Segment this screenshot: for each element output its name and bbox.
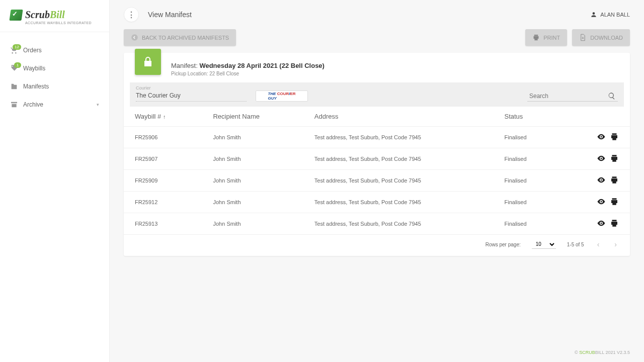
col-address[interactable]: Address xyxy=(303,107,494,127)
cell-address: Test address, Test Suburb, Post Code 794… xyxy=(303,192,494,213)
print-button[interactable]: PRINT xyxy=(525,29,567,46)
print-row-icon[interactable] xyxy=(610,197,619,206)
download-label: DOWNLOAD xyxy=(590,35,623,41)
prev-page-button[interactable]: ‹ xyxy=(595,240,602,248)
nav-item-waybills[interactable]: 1 Waybills xyxy=(0,59,109,77)
view-icon[interactable] xyxy=(597,197,606,206)
waybills-badge: 1 xyxy=(14,62,21,68)
view-icon[interactable] xyxy=(597,154,606,163)
user-menu[interactable]: ALAN BALL xyxy=(590,11,630,18)
nav-item-archive[interactable]: Archive ▾ xyxy=(0,96,109,114)
more-button[interactable]: ⋮ xyxy=(124,7,139,22)
topbar: ⋮ View Manifest ALAN BALL xyxy=(110,0,644,29)
cell-address: Test address, Test Suburb, Post Code 794… xyxy=(303,213,494,235)
cell-status: Finalised xyxy=(493,127,558,148)
view-icon[interactable] xyxy=(597,175,606,185)
cell-status: Finalised xyxy=(493,213,558,235)
toolbar: BACK TO ARCHIVED MANIFESTS PRINT DOWNLOA… xyxy=(110,29,644,53)
view-icon[interactable] xyxy=(597,219,606,228)
archive-icon xyxy=(10,101,18,109)
courier-field[interactable]: Courier The Courier Guy xyxy=(136,85,247,102)
print-row-icon[interactable] xyxy=(610,132,619,141)
search-input[interactable] xyxy=(529,93,604,100)
courier-label: Courier xyxy=(136,85,247,90)
cell-status: Finalised xyxy=(493,170,558,192)
table-row: FR25906John SmithTest address, Test Subu… xyxy=(124,127,630,148)
svg-point-0 xyxy=(131,34,138,41)
print-icon xyxy=(532,34,540,41)
table-row: FR25909John SmithTest address, Test Subu… xyxy=(124,170,630,192)
pickup-value: 22 Bell Close xyxy=(209,71,239,76)
page-title: View Manifest xyxy=(148,11,192,19)
print-row-icon[interactable] xyxy=(610,154,619,163)
courier-logo: THE COURIERGUY xyxy=(256,90,308,102)
back-label: BACK TO ARCHIVED MANIFESTS xyxy=(142,35,229,41)
cell-recipient: John Smith xyxy=(202,170,303,192)
cell-status: Finalised xyxy=(493,148,558,170)
col-status[interactable]: Status xyxy=(493,107,558,127)
col-waybill[interactable]: Waybill # ↑ xyxy=(124,107,202,127)
sort-asc-icon: ↑ xyxy=(163,114,166,120)
manifest-header: Manifest: Wednesday 28 April 2021 (22 Be… xyxy=(124,53,630,82)
manifest-title-prefix: Manifest: xyxy=(171,62,198,69)
search-icon xyxy=(608,92,616,100)
cell-waybill: FR25912 xyxy=(124,192,202,213)
table-row: FR25912John SmithTest address, Test Subu… xyxy=(124,192,630,213)
search-field[interactable] xyxy=(527,91,618,102)
nav-label: Archive xyxy=(23,101,43,108)
logo-subtitle: ACCURATE WAYBILLS INTEGRATED xyxy=(25,21,99,25)
cell-address: Test address, Test Suburb, Post Code 794… xyxy=(303,148,494,170)
logo-icon xyxy=(9,10,23,21)
courier-value: The Courier Guy xyxy=(136,91,247,102)
logo-text-1: Scrub xyxy=(25,9,50,20)
table-row: FR25907John SmithTest address, Test Subu… xyxy=(124,148,630,170)
main-content: ⋮ View Manifest ALAN BALL BACK TO ARCHIV… xyxy=(110,0,644,362)
print-row-icon[interactable] xyxy=(610,219,619,228)
logo: ScrubBill ACCURATE WAYBILLS INTEGRATED xyxy=(0,0,109,32)
folder-icon xyxy=(10,82,18,90)
nav-label: Orders xyxy=(23,47,42,54)
rpp-label: Rows per page: xyxy=(486,242,521,247)
cell-status: Finalised xyxy=(493,192,558,213)
print-label: PRINT xyxy=(543,35,560,41)
chevron-down-icon: ▾ xyxy=(97,102,99,107)
back-button[interactable]: BACK TO ARCHIVED MANIFESTS xyxy=(124,29,236,46)
next-page-button[interactable]: › xyxy=(612,240,619,248)
rpp-select[interactable]: 10 xyxy=(532,240,556,249)
orders-badge: 12 xyxy=(13,44,21,50)
lock-icon xyxy=(135,49,161,75)
cell-waybill: FR25909 xyxy=(124,170,202,192)
pickup-label: Pickup Location: xyxy=(171,71,208,76)
nav-item-manifests[interactable]: Manifests xyxy=(0,77,109,96)
cell-recipient: John Smith xyxy=(202,127,303,148)
logo-text-2: Bill xyxy=(50,9,65,20)
arrow-left-icon xyxy=(131,34,138,41)
cell-waybill: FR25913 xyxy=(124,213,202,235)
view-icon[interactable] xyxy=(597,132,606,141)
nav-label: Manifests xyxy=(23,83,49,90)
cell-recipient: John Smith xyxy=(202,148,303,170)
cell-waybill: FR25907 xyxy=(124,148,202,170)
nav-label: Waybills xyxy=(23,65,45,72)
footer: © SCRUBBILL 2021 V2.3.5 xyxy=(110,343,644,362)
download-button[interactable]: DOWNLOAD xyxy=(572,29,630,46)
pager: Rows per page: 10 1-5 of 5 ‹ › xyxy=(124,235,630,256)
sidebar: ScrubBill ACCURATE WAYBILLS INTEGRATED 1… xyxy=(0,0,110,362)
download-icon xyxy=(579,34,587,41)
nav-list: 12 Orders 1 Waybills Manifests xyxy=(0,32,109,123)
pager-range: 1-5 of 5 xyxy=(567,242,584,247)
col-recipient[interactable]: Recipient Name xyxy=(202,107,303,127)
nav-item-orders[interactable]: 12 Orders xyxy=(0,41,109,59)
user-name: ALAN BALL xyxy=(600,12,630,18)
person-icon xyxy=(590,11,597,18)
manifest-title: Wednesday 28 April 2021 (22 Bell Close) xyxy=(199,62,325,69)
cart-icon: 12 xyxy=(10,46,18,54)
cell-address: Test address, Test Suburb, Post Code 794… xyxy=(303,127,494,148)
waybill-table: Waybill # ↑ Recipient Name Address Statu… xyxy=(124,107,630,235)
print-row-icon[interactable] xyxy=(610,175,619,185)
table-row: FR25913John SmithTest address, Test Subu… xyxy=(124,213,630,235)
cell-recipient: John Smith xyxy=(202,192,303,213)
cell-waybill: FR25906 xyxy=(124,127,202,148)
tag-icon: 1 xyxy=(10,64,18,72)
manifest-card: Manifest: Wednesday 28 April 2021 (22 Be… xyxy=(124,53,630,256)
